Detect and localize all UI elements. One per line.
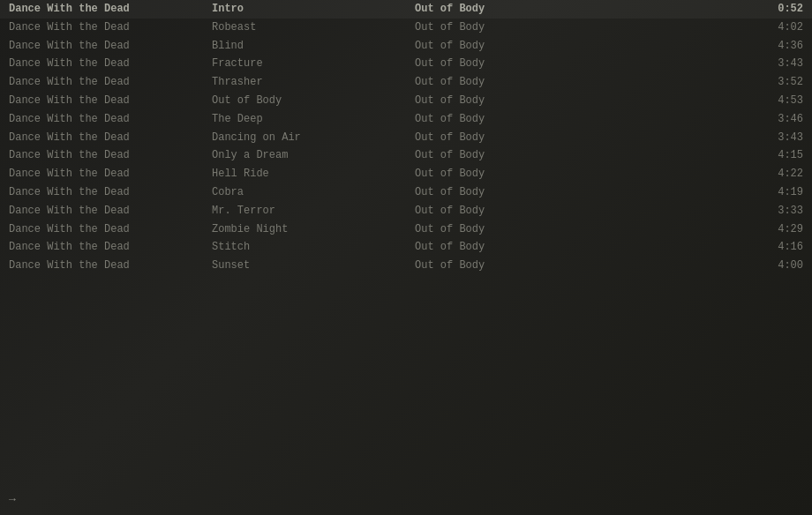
track-artist: Dance With the Dead xyxy=(9,93,212,108)
track-duration: 4:16 xyxy=(618,240,803,255)
track-album: Out of Body xyxy=(415,167,618,182)
track-artist: Dance With the Dead xyxy=(9,131,212,146)
track-title: Dancing on Air xyxy=(212,131,415,146)
header-duration: 0:52 xyxy=(618,2,803,17)
track-album: Out of Body xyxy=(415,240,618,255)
track-artist: Dance With the Dead xyxy=(9,258,212,273)
track-title: Mr. Terror xyxy=(212,204,415,219)
header-album: Out of Body xyxy=(415,2,618,17)
track-album: Out of Body xyxy=(415,131,618,146)
track-album: Out of Body xyxy=(415,258,618,273)
track-title: Cobra xyxy=(212,185,415,200)
track-album: Out of Body xyxy=(415,75,618,90)
track-album: Out of Body xyxy=(415,185,618,200)
track-artist: Dance With the Dead xyxy=(9,148,212,163)
track-title: Blind xyxy=(212,39,415,54)
track-duration: 4:19 xyxy=(618,185,803,200)
track-artist: Dance With the Dead xyxy=(9,75,212,90)
track-duration: 3:46 xyxy=(618,112,803,127)
track-duration: 4:15 xyxy=(618,148,803,163)
track-title: Out of Body xyxy=(212,93,415,108)
track-row[interactable]: Dance With the DeadThe DeepOut of Body3:… xyxy=(0,110,812,129)
track-title: Stitch xyxy=(212,240,415,255)
track-row[interactable]: Dance With the DeadStitchOut of Body4:16 xyxy=(0,238,812,257)
track-artist: Dance With the Dead xyxy=(9,240,212,255)
track-row[interactable]: Dance With the DeadFractureOut of Body3:… xyxy=(0,55,812,73)
track-row[interactable]: Dance With the DeadZombie NightOut of Bo… xyxy=(0,220,812,239)
track-album: Out of Body xyxy=(415,222,618,237)
track-row[interactable]: Dance With the DeadSunsetOut of Body4:00 xyxy=(0,257,812,275)
track-row[interactable]: Dance With the DeadMr. TerrorOut of Body… xyxy=(0,202,812,220)
track-title: Zombie Night xyxy=(212,222,415,237)
track-artist: Dance With the Dead xyxy=(9,185,212,200)
track-row[interactable]: Dance With the DeadCobraOut of Body4:19 xyxy=(0,183,812,202)
track-album: Out of Body xyxy=(415,39,618,54)
track-duration: 3:52 xyxy=(618,75,803,90)
track-duration: 4:00 xyxy=(618,258,803,273)
track-duration: 3:43 xyxy=(618,131,803,146)
track-title: Robeast xyxy=(212,20,415,35)
track-row[interactable]: Dance With the DeadHell RideOut of Body4… xyxy=(0,165,812,183)
track-artist: Dance With the Dead xyxy=(9,222,212,237)
track-album: Out of Body xyxy=(415,204,618,219)
track-artist: Dance With the Dead xyxy=(9,204,212,219)
track-duration: 3:43 xyxy=(618,56,803,71)
track-title: The Deep xyxy=(212,112,415,127)
header-title: Intro xyxy=(212,2,415,17)
track-duration: 4:53 xyxy=(618,93,803,108)
track-duration: 3:33 xyxy=(618,204,803,219)
track-row[interactable]: Dance With the DeadBlindOut of Body4:36 xyxy=(0,37,812,56)
track-album: Out of Body xyxy=(415,93,618,108)
track-title: Thrasher xyxy=(212,75,415,90)
track-artist: Dance With the Dead xyxy=(9,56,212,71)
track-row[interactable]: Dance With the DeadDancing on AirOut of … xyxy=(0,129,812,147)
track-title: Hell Ride xyxy=(212,167,415,182)
track-list-header: Dance With the Dead Intro Out of Body 0:… xyxy=(0,0,812,19)
track-row[interactable]: Dance With the DeadOut of BodyOut of Bod… xyxy=(0,92,812,110)
track-album: Out of Body xyxy=(415,112,618,127)
footer-arrow: → xyxy=(9,493,16,506)
track-duration: 4:29 xyxy=(618,222,803,237)
track-artist: Dance With the Dead xyxy=(9,112,212,127)
track-title: Sunset xyxy=(212,258,415,273)
track-album: Out of Body xyxy=(415,56,618,71)
track-album: Out of Body xyxy=(415,20,618,35)
track-title: Fracture xyxy=(212,56,415,71)
header-artist: Dance With the Dead xyxy=(9,2,212,17)
track-artist: Dance With the Dead xyxy=(9,39,212,54)
track-artist: Dance With the Dead xyxy=(9,20,212,35)
track-row[interactable]: Dance With the DeadRobeastOut of Body4:0… xyxy=(0,19,812,37)
track-row[interactable]: Dance With the DeadOnly a DreamOut of Bo… xyxy=(0,146,812,165)
track-row[interactable]: Dance With the DeadThrasherOut of Body3:… xyxy=(0,73,812,92)
track-artist: Dance With the Dead xyxy=(9,167,212,182)
track-duration: 4:02 xyxy=(618,20,803,35)
track-album: Out of Body xyxy=(415,148,618,163)
track-duration: 4:22 xyxy=(618,167,803,182)
track-title: Only a Dream xyxy=(212,148,415,163)
track-duration: 4:36 xyxy=(618,39,803,54)
track-list: Dance With the Dead Intro Out of Body 0:… xyxy=(0,0,812,275)
